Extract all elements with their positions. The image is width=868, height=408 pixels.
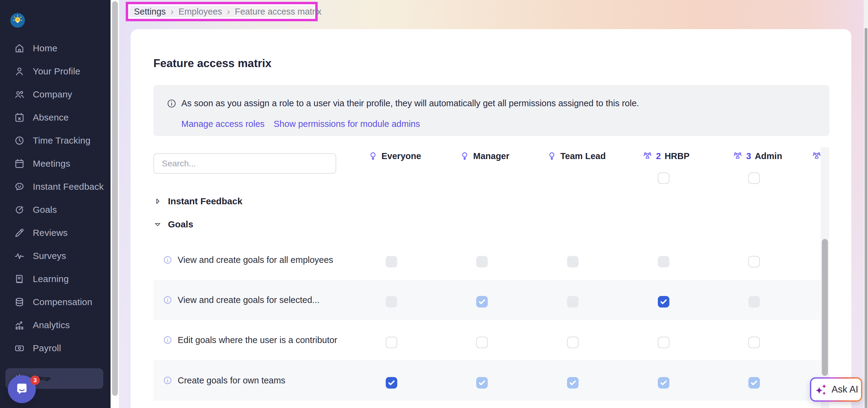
column-header-everyone: Everyone — [368, 150, 421, 162]
sidebar-item-label: Instant Feedback — [33, 182, 103, 192]
people-icon — [14, 89, 25, 100]
sidebar-item-reviews[interactable]: Reviews — [0, 221, 111, 244]
checkbox-view-all-hrbp — [658, 256, 670, 268]
user-icon — [14, 66, 25, 77]
sidebar-item-company[interactable]: Company — [0, 83, 111, 106]
breadcrumb: Settings › Employees › Feature access ma… — [134, 6, 322, 17]
checkbox-edit-contributor-manager[interactable] — [476, 337, 488, 348]
info-circle-icon[interactable] — [163, 295, 172, 305]
breadcrumb-bar: Settings › Employees › Feature access ma… — [128, 4, 315, 19]
checkbox-edit-contributor-admin[interactable] — [748, 337, 760, 348]
target-icon — [14, 204, 25, 215]
search-input[interactable] — [153, 153, 336, 174]
sparkles-icon — [814, 382, 828, 397]
checkbox-create-own-teams-team-lead — [567, 377, 579, 388]
permission-label: View and create goals for all employees — [178, 255, 333, 265]
group-label: Goals — [168, 219, 193, 229]
lightbulb-icon — [547, 151, 557, 161]
page-scrollbar-thumb[interactable] — [865, 28, 867, 408]
sidebar-item-label: Absence — [33, 112, 69, 123]
chat-smile-icon — [14, 181, 25, 192]
sidebar-item-analytics[interactable]: Analytics — [0, 314, 111, 337]
checkbox-create-own-teams-everyone[interactable] — [386, 377, 397, 388]
company-logo — [10, 13, 25, 28]
sidebar-item-time-tracking[interactable]: Time Tracking — [0, 129, 111, 152]
app-root: Home Your Profile Company Absence Time T… — [0, 0, 868, 408]
checkbox-view-selected-hrbp[interactable] — [658, 296, 670, 308]
sidebar-item-meetings[interactable]: Meetings — [0, 152, 111, 175]
info-circle-icon[interactable] — [163, 376, 172, 385]
lightbulb-icon — [460, 151, 469, 161]
sidebar-item-goals[interactable]: Goals — [0, 198, 111, 221]
sidebar: Home Your Profile Company Absence Time T… — [0, 0, 111, 408]
sidebar-item-compensation[interactable]: Compensation — [0, 290, 111, 314]
sidebar-scrollbar-thumb[interactable] — [112, 1, 118, 396]
sidebar-item-label: Home — [33, 43, 57, 54]
sidebar-item-instant-feedback[interactable]: Instant Feedback — [0, 175, 111, 198]
checkbox-view-all-admin[interactable] — [748, 256, 760, 268]
column-header-hrbp: 2 HRBP — [643, 150, 689, 162]
sidebar-item-learning[interactable]: Learning — [0, 268, 111, 290]
column-member-count: 2 — [656, 151, 661, 161]
sidebar-item-label: Reviews — [33, 228, 68, 238]
show-module-admin-permissions-link[interactable]: Show permissions for module admins — [274, 119, 420, 129]
column-header-manager: Manager — [460, 150, 509, 162]
select-all-checkbox-admin[interactable] — [748, 172, 760, 184]
column-label: Manager — [473, 151, 509, 161]
sidebar-item-label: Goals — [33, 205, 57, 215]
checkbox-view-selected-admin — [748, 296, 760, 308]
chat-unread-badge: 3 — [30, 376, 40, 385]
checkbox-edit-contributor-hrbp[interactable] — [658, 337, 670, 348]
chart-icon — [14, 320, 25, 331]
sidebar-item-your-profile[interactable]: Your Profile — [0, 60, 111, 83]
group-row-instant-feedback[interactable]: Instant Feedback — [153, 195, 242, 208]
info-circle-icon[interactable] — [163, 336, 172, 345]
coins-icon — [14, 296, 25, 308]
sidebar-item-absence[interactable]: Absence — [0, 106, 111, 129]
breadcrumb-employees[interactable]: Employees — [179, 7, 222, 17]
manage-access-roles-link[interactable]: Manage access roles — [181, 119, 265, 129]
breadcrumb-separator: › — [227, 6, 230, 17]
sidebar-item-home[interactable]: Home — [0, 37, 111, 60]
checkbox-create-own-teams-admin — [748, 377, 760, 388]
page-title: Feature access matrix — [153, 57, 272, 70]
sidebar-item-payroll[interactable]: Payroll — [0, 337, 111, 360]
chat-icon — [15, 382, 29, 396]
table-scrollbar-thumb[interactable] — [822, 239, 828, 376]
sidebar-item-label: Learning — [33, 274, 69, 284]
user-group-icon — [643, 151, 652, 161]
chevron-right-icon — [153, 197, 162, 206]
lightbulb-icon — [368, 151, 378, 161]
group-row-goals[interactable]: Goals — [153, 218, 193, 231]
checkbox-edit-contributor-everyone[interactable] — [386, 337, 397, 348]
banknote-icon — [14, 343, 25, 354]
permission-label: View and create goals for selected... — [178, 295, 319, 305]
info-circle-icon[interactable] — [163, 255, 172, 264]
sidebar-item-surveys[interactable]: Surveys — [0, 244, 111, 268]
sidebar-item-label: Meetings — [33, 158, 70, 169]
sidebar-item-label: Your Profile — [33, 66, 80, 76]
user-group-icon — [812, 151, 821, 161]
column-member-count: 3 — [746, 151, 751, 161]
column-header-team-lead: Team Lead — [547, 150, 606, 162]
annotation-highlight-box: Settings › Employees › Feature access ma… — [126, 2, 318, 21]
book-icon — [14, 274, 25, 284]
sidebar-item-label: Surveys — [33, 251, 66, 261]
checkbox-edit-contributor-team-lead[interactable] — [567, 337, 579, 348]
page-scrollbar-track — [864, 0, 868, 408]
calendar-x-icon — [14, 112, 25, 123]
sidebar-item-label: Time Tracking — [33, 135, 91, 146]
permission-label: Edit goals where the user is a contribut… — [178, 335, 337, 345]
column-header-partial — [812, 150, 821, 162]
calendar-icon — [14, 158, 25, 169]
sidebar-item-label: Compensation — [33, 297, 92, 307]
sidebar-scrollbar-track — [111, 0, 119, 408]
breadcrumb-settings[interactable]: Settings — [134, 7, 166, 17]
select-all-checkbox-hrbp[interactable] — [658, 172, 670, 184]
info-banner: As soon as you assign a role to a user v… — [153, 85, 830, 136]
checkbox-create-own-teams-manager — [476, 377, 488, 388]
info-icon — [167, 99, 177, 108]
column-header-admin: 3 Admin — [733, 150, 782, 162]
feature-access-matrix-card: Feature access matrix As soon as you ass… — [131, 29, 851, 408]
ask-ai-button[interactable]: Ask AI — [810, 377, 862, 402]
